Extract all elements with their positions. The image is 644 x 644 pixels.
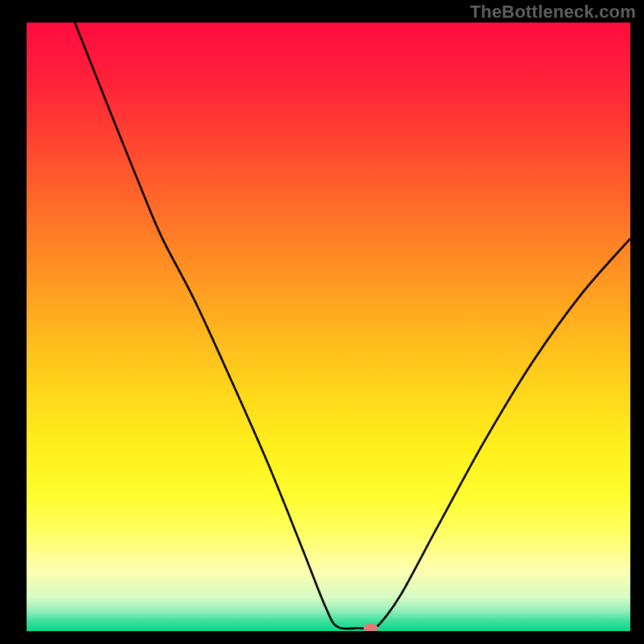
chart-frame: { "watermark": "TheBottleneck.com", "cha…: [0, 0, 644, 644]
heat-background: [27, 23, 630, 631]
bottleneck-chart: [27, 23, 630, 631]
watermark-text: TheBottleneck.com: [470, 2, 636, 23]
